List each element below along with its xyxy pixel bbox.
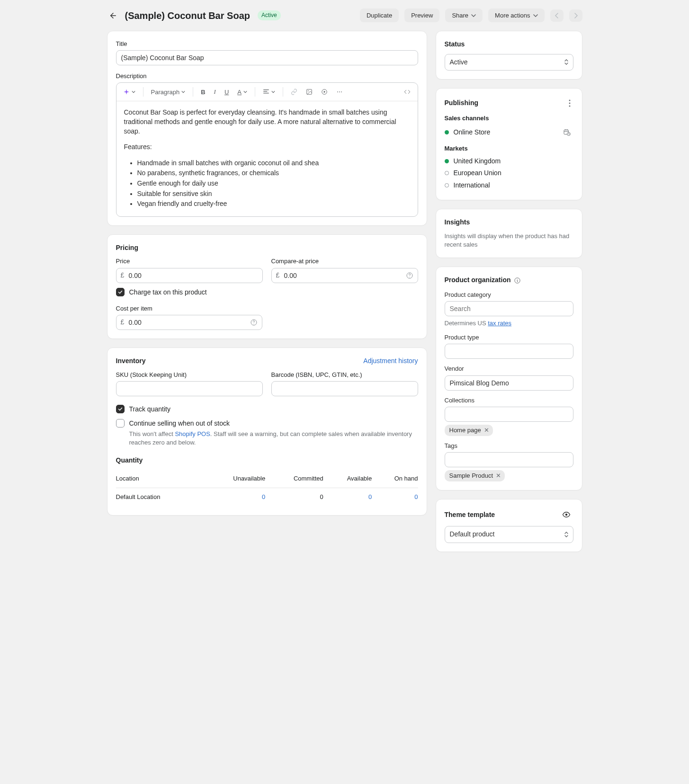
help-icon[interactable] <box>250 319 258 326</box>
barcode-input[interactable] <box>271 381 418 396</box>
market-name: European Union <box>454 169 501 178</box>
compare-price-input[interactable] <box>271 268 418 283</box>
separator <box>283 87 283 97</box>
back-button[interactable] <box>107 9 119 22</box>
chevron-right-icon <box>573 13 578 18</box>
italic-button[interactable]: I <box>211 86 219 98</box>
type-input[interactable] <box>445 344 573 359</box>
tax-rates-link[interactable]: tax rates <box>488 320 511 327</box>
svg-point-9 <box>569 100 570 101</box>
calendar-clock-icon <box>563 128 571 136</box>
title-label: Title <box>116 40 418 48</box>
remove-tag-button[interactable]: ✕ <box>496 472 501 480</box>
collection-tag: Home page ✕ <box>445 425 493 436</box>
remove-tag-button[interactable]: ✕ <box>484 426 489 435</box>
market-name: International <box>454 181 490 190</box>
pricing-card: Pricing Price £ Compare-at price £ <box>107 234 427 339</box>
help-icon[interactable] <box>406 272 413 279</box>
image-button[interactable] <box>303 86 315 98</box>
more-actions-label: More actions <box>495 12 530 19</box>
adjustment-history-link[interactable]: Adjustment history <box>363 356 418 366</box>
svg-point-11 <box>569 106 570 107</box>
paragraph-style-button[interactable]: Paragraph <box>148 86 188 98</box>
check-icon <box>117 406 123 412</box>
share-button[interactable]: Share <box>445 9 483 22</box>
category-input[interactable] <box>445 301 573 316</box>
vendor-label: Vendor <box>445 365 573 373</box>
vendor-input[interactable] <box>445 375 573 391</box>
arrow-left-icon <box>109 11 117 20</box>
charge-tax-checkbox[interactable] <box>116 288 125 296</box>
cell-unavailable[interactable]: 0 <box>262 493 265 500</box>
track-quantity-label: Track quantity <box>129 405 170 414</box>
cost-label: Cost per item <box>116 304 262 313</box>
duplicate-button[interactable]: Duplicate <box>360 9 399 22</box>
underline-button[interactable]: U <box>222 86 232 98</box>
title-input[interactable] <box>116 50 418 65</box>
description-editor[interactable]: Coconut Bar Soap is perfect for everyday… <box>116 101 418 216</box>
shopify-pos-link[interactable]: Shopify POS <box>175 430 210 437</box>
status-select[interactable]: Active <box>445 54 573 71</box>
channel-name: Online Store <box>454 128 491 137</box>
cell-available[interactable]: 0 <box>368 493 372 500</box>
ai-button[interactable] <box>120 86 138 98</box>
markets-label: Markets <box>445 144 573 153</box>
sku-input[interactable] <box>116 381 263 396</box>
link-icon <box>291 89 297 95</box>
html-view-button[interactable] <box>401 86 414 98</box>
market-row: International <box>445 179 573 192</box>
dots-icon <box>336 89 343 95</box>
tags-input[interactable] <box>445 452 573 467</box>
currency-prefix: £ <box>121 271 125 280</box>
align-button[interactable] <box>260 86 278 98</box>
next-product-button[interactable] <box>569 9 582 22</box>
schedule-button[interactable] <box>560 126 573 138</box>
chevron-down-icon <box>181 90 185 94</box>
status-dot-icon <box>445 183 449 187</box>
continue-selling-checkbox[interactable] <box>116 419 125 428</box>
align-icon <box>263 89 269 95</box>
publishing-menu-button[interactable] <box>566 97 573 109</box>
prev-product-button[interactable] <box>550 9 564 22</box>
cell-onhand[interactable]: 0 <box>414 493 418 500</box>
insights-text: Insights will display when the product h… <box>445 232 573 249</box>
text-color-button[interactable]: A <box>234 86 250 98</box>
inventory-heading: Inventory <box>116 356 146 366</box>
more-actions-button[interactable]: More actions <box>488 9 544 22</box>
template-card: Theme template Default product <box>436 499 582 552</box>
video-button[interactable] <box>318 86 331 98</box>
feature-item: Suitable for sensitive skin <box>137 189 410 199</box>
cost-input[interactable] <box>116 315 262 330</box>
barcode-label: Barcode (ISBN, UPC, GTIN, etc.) <box>271 371 418 379</box>
collections-label: Collections <box>445 396 573 405</box>
template-select[interactable]: Default product <box>445 526 573 543</box>
publishing-card: Publishing Sales channels Online Store M… <box>436 88 582 200</box>
bold-button[interactable]: B <box>198 86 208 98</box>
price-label: Price <box>116 257 263 266</box>
col-location: Location <box>116 470 203 488</box>
svg-point-15 <box>565 514 567 516</box>
quantity-table: Location Unavailable Committed Available… <box>116 470 418 506</box>
info-icon[interactable] <box>514 277 521 284</box>
feature-item: No parabens, synthetic fragrances, or ch… <box>137 169 410 178</box>
price-input[interactable] <box>116 268 263 283</box>
status-badge: Active <box>258 10 281 20</box>
chevron-down-icon <box>243 90 247 94</box>
currency-prefix: £ <box>121 318 125 327</box>
preview-button[interactable]: Preview <box>404 9 439 22</box>
status-heading: Status <box>445 40 573 49</box>
col-committed: Committed <box>265 470 323 488</box>
link-button[interactable] <box>288 86 300 98</box>
col-onhand: On hand <box>372 470 418 488</box>
category-label: Product category <box>445 291 573 299</box>
check-icon <box>117 289 123 295</box>
features-heading: Features: <box>124 143 410 152</box>
track-quantity-checkbox[interactable] <box>116 405 125 413</box>
svg-point-6 <box>341 92 342 93</box>
more-format-button[interactable] <box>333 86 346 98</box>
continue-selling-hint: This won't affect Shopify POS. Staff wil… <box>129 430 418 447</box>
table-header-row: Location Unavailable Committed Available… <box>116 470 418 488</box>
collections-input[interactable] <box>445 407 573 422</box>
market-row: European Union <box>445 167 573 179</box>
preview-template-button[interactable] <box>559 508 573 521</box>
